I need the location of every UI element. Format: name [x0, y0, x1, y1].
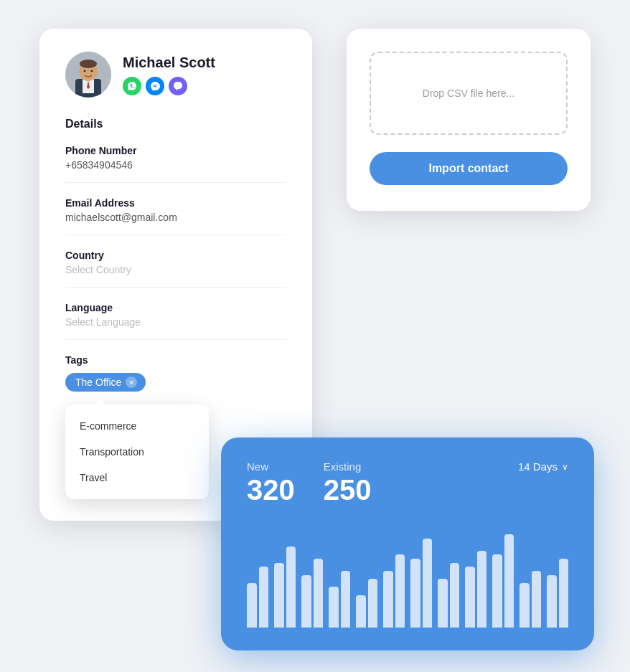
phone-field-group: Phone Number +65834904546	[65, 145, 286, 183]
bar	[410, 559, 420, 628]
svg-point-5	[80, 60, 97, 68]
tags-label: Tags	[65, 354, 286, 366]
language-label: Language	[65, 302, 286, 313]
bar-group	[301, 559, 323, 628]
bar	[259, 567, 269, 628]
existing-stat-label: Existing	[324, 460, 372, 473]
details-section-title: Details	[65, 118, 286, 131]
bar	[286, 546, 296, 628]
bar-group	[410, 539, 432, 628]
dropdown-menu: E-commerce Transportation Travel	[65, 404, 209, 499]
bar	[450, 563, 460, 628]
bar	[504, 534, 514, 628]
country-field-group: Country Select Country	[65, 250, 286, 288]
dropdown-arrow	[94, 399, 105, 404]
scene: Michael Scott	[0, 0, 630, 672]
language-placeholder[interactable]: Select Language	[65, 316, 286, 328]
existing-stat-group: Existing 250	[324, 460, 372, 504]
email-value: michaelscott@gmail.com	[65, 212, 286, 223]
phone-value: +65834904546	[65, 159, 286, 171]
tags-section: Tags The Office ✕	[65, 354, 286, 392]
bar	[492, 554, 502, 628]
existing-stat-value: 250	[324, 475, 372, 504]
tag-chip-label: The Office	[75, 377, 121, 388]
bar-group	[247, 567, 268, 628]
import-contact-button[interactable]: Import contact	[370, 152, 568, 185]
bar	[274, 563, 284, 628]
bar	[465, 567, 475, 628]
bar	[314, 559, 324, 628]
bar	[247, 583, 257, 628]
dropdown-item-travel[interactable]: Travel	[65, 465, 209, 491]
viber-icon[interactable]	[169, 77, 187, 95]
svg-point-7	[91, 70, 93, 72]
whatsapp-icon[interactable]	[123, 77, 141, 95]
bar-group	[329, 571, 350, 628]
bar	[329, 587, 339, 628]
bar	[532, 571, 542, 628]
stats-card: New 320 Existing 250 14 Days ∨	[221, 437, 594, 650]
dropdown-item-ecommerce[interactable]: E-commerce	[65, 413, 209, 439]
contact-header: Michael Scott	[65, 52, 286, 98]
chevron-down-icon: ∨	[562, 462, 568, 472]
drop-zone[interactable]: Drop CSV file here...	[370, 52, 568, 135]
bar-group	[519, 571, 541, 628]
bar	[341, 571, 351, 628]
bar	[547, 575, 557, 628]
bar	[301, 575, 311, 628]
tag-chip-close-icon[interactable]: ✕	[126, 377, 137, 388]
phone-label: Phone Number	[65, 145, 286, 156]
language-field-group: Language Select Language	[65, 302, 286, 340]
email-field-group: Email Address michaelscott@gmail.com	[65, 197, 286, 235]
stats-header: New 320 Existing 250 14 Days ∨	[247, 460, 568, 504]
bar-chart	[247, 527, 568, 628]
contact-name-area: Michael Scott	[123, 55, 215, 95]
bar	[519, 583, 530, 628]
contact-name: Michael Scott	[123, 55, 215, 71]
bar-group	[547, 559, 568, 628]
tag-chip-office[interactable]: The Office ✕	[65, 373, 146, 392]
bar-group	[274, 546, 296, 628]
bar	[368, 579, 378, 628]
new-stat-group: New 320	[247, 460, 295, 504]
bar	[383, 571, 393, 628]
social-icons	[123, 77, 215, 95]
bar-group	[383, 554, 405, 628]
drop-zone-label: Drop CSV file here...	[423, 87, 514, 99]
import-card: Drop CSV file here... Import contact	[347, 29, 591, 211]
bar	[395, 554, 405, 628]
country-placeholder[interactable]: Select Country	[65, 264, 286, 275]
svg-point-6	[84, 70, 86, 72]
bar	[356, 595, 366, 628]
avatar	[65, 52, 111, 98]
dropdown-item-transportation[interactable]: Transportation	[65, 439, 209, 465]
time-filter-button[interactable]: 14 Days ∨	[518, 460, 568, 473]
bar-group	[492, 534, 514, 628]
bar	[477, 551, 487, 628]
new-stat-label: New	[247, 460, 295, 473]
bar-group	[465, 551, 486, 628]
bar-group	[356, 579, 377, 628]
country-label: Country	[65, 250, 286, 261]
messenger-icon[interactable]	[146, 77, 164, 95]
new-stat-value: 320	[247, 475, 295, 504]
bar-group	[438, 563, 459, 628]
bar	[559, 559, 569, 628]
bar	[438, 579, 448, 628]
time-filter-label: 14 Days	[518, 460, 558, 473]
email-label: Email Address	[65, 197, 286, 209]
bar	[423, 539, 433, 628]
